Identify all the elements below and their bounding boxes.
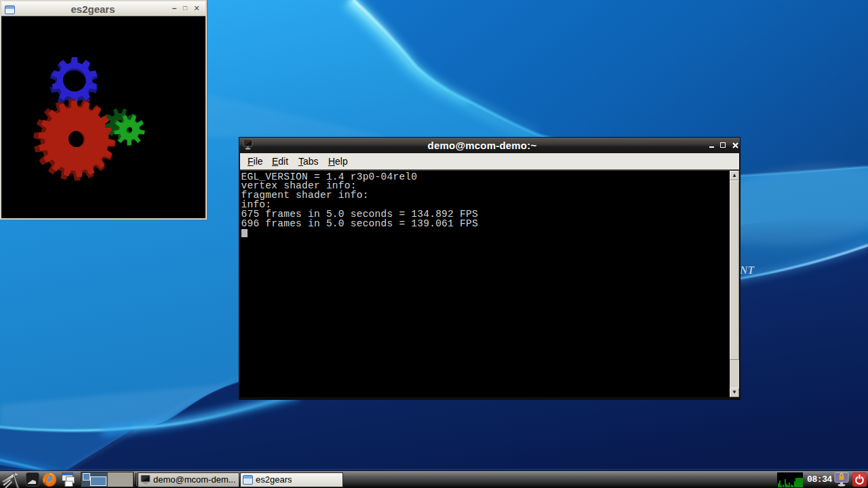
svg-text:NT: NT (739, 264, 755, 276)
